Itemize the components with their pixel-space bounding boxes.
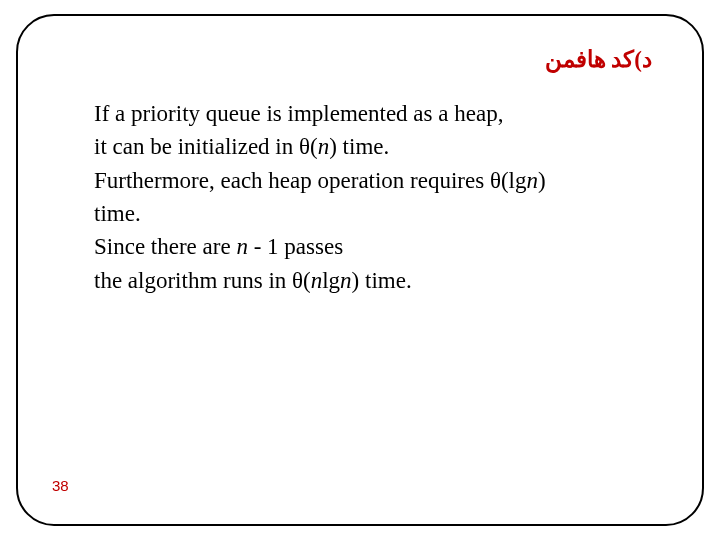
- line6-prefix: the algorithm runs in θ(: [94, 268, 311, 293]
- line2-prefix: it can be initialized in θ(: [94, 134, 318, 159]
- content-line-6: the algorithm runs in θ(nlgn) time.: [94, 264, 662, 297]
- line3-var: n: [527, 168, 539, 193]
- line5-prefix: Since there are: [94, 234, 236, 259]
- page-number-value: 38: [52, 477, 69, 494]
- line6-mid: lg: [322, 268, 340, 293]
- line2-suffix: ) time.: [329, 134, 389, 159]
- content-line-5: Since there are n - 1 passes: [94, 230, 662, 263]
- line5-suffix: - 1 passes: [248, 234, 343, 259]
- line4-text: time.: [94, 201, 141, 226]
- line3-prefix: Furthermore, each heap operation require…: [94, 168, 527, 193]
- line1-text: If a priority queue is implemented as a …: [94, 101, 503, 126]
- slide-header: د)کد هافمن: [78, 46, 662, 73]
- line5-var: n: [236, 234, 248, 259]
- line6-var1: n: [311, 268, 323, 293]
- line6-suffix: ) time.: [352, 268, 412, 293]
- content-line-2: it can be initialized in θ(n) time.: [94, 130, 662, 163]
- page-number: 38: [52, 477, 69, 494]
- slide-frame: د)کد هافمن If a priority queue is implem…: [16, 14, 704, 526]
- line3-suffix: ): [538, 168, 546, 193]
- content-line-1: If a priority queue is implemented as a …: [94, 97, 662, 130]
- content-line-3: Furthermore, each heap operation require…: [94, 164, 662, 197]
- content-line-4: time.: [94, 197, 662, 230]
- header-title: د)کد هافمن: [545, 47, 652, 72]
- slide-content: If a priority queue is implemented as a …: [78, 97, 662, 297]
- line2-var: n: [318, 134, 330, 159]
- line6-var2: n: [340, 268, 352, 293]
